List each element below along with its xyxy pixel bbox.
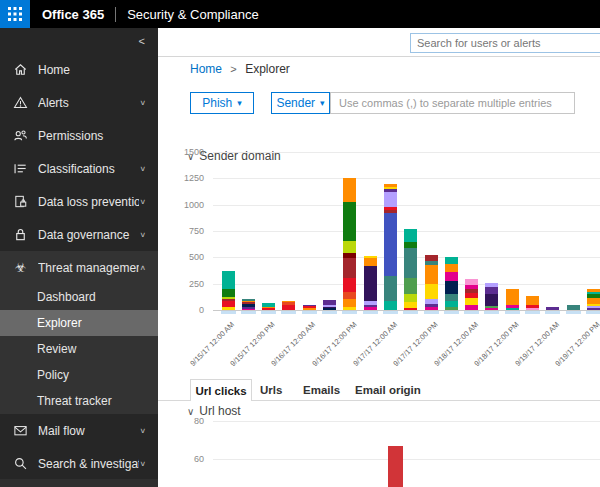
waffle-icon[interactable] [0,0,30,28]
sidebar-item-dashboard[interactable]: Dashboard [0,284,158,310]
alert-icon [12,94,29,111]
gridline [213,421,600,422]
url-host-bar[interactable] [388,446,403,487]
sidebar-item-partial [0,479,158,487]
sidebar-nav: < HomeAlerts∨PermissionsClassifications∨… [0,28,158,487]
chevron-down-icon: ∨ [139,460,146,468]
chevron-down-icon: ∨ [139,165,146,173]
y-tick-label: 80 [160,416,204,426]
main-content: Home > Explorer Phish ▾ Sender ▾ ∨Sender… [158,28,600,487]
waffle-grid-glyph [8,7,22,21]
biohazard-icon: ☣ [12,259,29,276]
sidebar-item-policy[interactable]: Policy [0,362,158,388]
chevron-down-icon: ∨ [139,231,146,239]
tab-url-clicks[interactable]: Url clicks [190,379,252,401]
chevron-down-icon: ∨ [139,198,146,206]
product-title: Security & Compliance [127,7,259,22]
sidebar-item-review[interactable]: Review [0,336,158,362]
home-icon [12,61,29,78]
brand-title[interactable]: Office 365 [42,7,104,22]
sidebar-item-label: Mail flow [38,424,139,438]
mail-icon [12,422,29,439]
sidebar-item-permissions[interactable]: Permissions [0,119,158,152]
sidebar-item-label: Alerts [38,96,139,110]
sidebar-item-alerts[interactable]: Alerts∨ [0,86,158,119]
collapse-chevron-icon: < [139,35,145,47]
sidebar-item-explorer[interactable]: Explorer [0,310,158,336]
topbar-divider [115,7,116,22]
gridline [213,459,600,460]
sidebar-item-label: Threat management [38,261,139,275]
sidebar-item-label: Classifications [38,162,139,176]
sidebar-item-label: Data loss prevention [38,195,139,209]
url-host-chart: 8060 [158,28,600,487]
sidebar-item-data-governance[interactable]: Data governance∨ [0,218,158,251]
sidebar-item-label: Home [38,63,146,77]
sidebar-item-threat-tracker[interactable]: Threat tracker [0,388,158,414]
sidebar-item-label: Search & investigation [38,457,139,471]
lock-icon [12,226,29,243]
sidebar-item-classifications[interactable]: Classifications∨ [0,152,158,185]
sidebar-collapse-button[interactable]: < [0,28,158,53]
y-tick-label: 60 [160,454,204,464]
chevron-down-icon: ∨ [139,427,146,435]
top-bar: Office 365 Security & Compliance [0,0,600,28]
dlp-icon [12,193,29,210]
sidebar-item-search-investigation[interactable]: Search & investigation∨ [0,447,158,480]
sidebar-item-data-loss-prevention[interactable]: Data loss prevention∨ [0,185,158,218]
sidebar-item-label: Data governance [38,228,139,242]
sidebar-item-threat-management[interactable]: ☣Threat management∧ [0,251,158,284]
sidebar-item-label: Permissions [38,129,146,143]
chevron-up-icon: ∧ [139,264,146,272]
sidebar-item-mail-flow[interactable]: Mail flow∨ [0,414,158,447]
sidebar-item-home[interactable]: Home [0,53,158,86]
search-icon [12,455,29,472]
classifications-icon [12,160,29,177]
chevron-down-icon: ∨ [139,99,146,107]
sidebar-items: HomeAlerts∨PermissionsClassifications∨Da… [0,53,158,480]
permissions-icon [12,127,29,144]
